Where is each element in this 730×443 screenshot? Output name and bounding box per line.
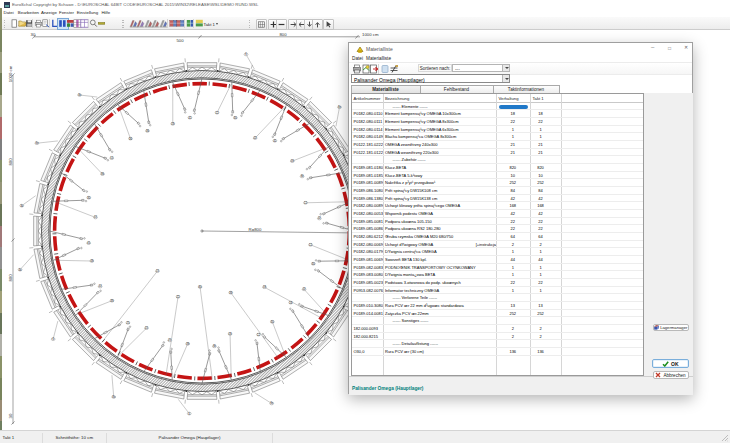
svg-text:500: 500 [176, 38, 184, 43]
svg-text:1000 cm: 1000 cm [8, 65, 13, 82]
svg-text:800: 800 [8, 274, 13, 282]
svg-text:30: 30 [8, 413, 13, 418]
svg-text:800: 800 [279, 32, 287, 37]
svg-text:R=800: R=800 [249, 227, 262, 232]
svg-text:1000 cm: 1000 cm [362, 32, 379, 37]
svg-text:800: 800 [8, 158, 13, 166]
svg-text:30: 30 [31, 32, 36, 37]
